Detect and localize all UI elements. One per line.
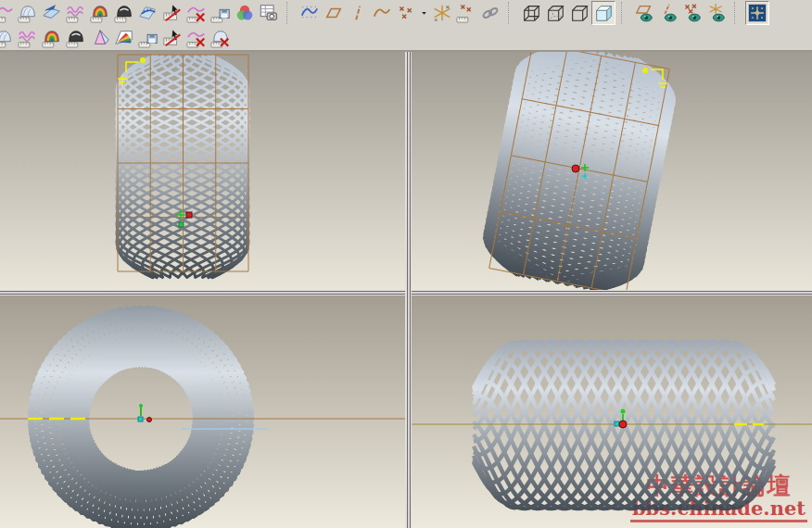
ruler-cursor-del-icon (162, 28, 183, 48)
model-ref-link[interactable] (478, 1, 502, 25)
curve-ruler-icon (0, 3, 14, 23)
csys-datum-icon (432, 3, 452, 23)
shaded-curvature-analysis[interactable] (88, 1, 112, 25)
hidden-line-display[interactable] (543, 1, 567, 25)
gaussian-curvature-analysis[interactable] (112, 26, 136, 50)
rainbow-fan-icon (114, 28, 134, 48)
dropdown-icon (419, 3, 429, 23)
spin-center-toggle[interactable] (745, 1, 769, 25)
draft-check-icon (42, 3, 62, 23)
spin-center-icon (747, 3, 768, 23)
offset-points-icon (456, 3, 476, 23)
top-view-canvas[interactable] (0, 295, 405, 528)
points-eye-icon (682, 3, 703, 23)
datum-axis-tool[interactable] (346, 1, 370, 25)
toolbar-separator (508, 2, 516, 24)
sketch-curve-tool[interactable] (370, 1, 394, 25)
toolbar-row-2 (0, 25, 812, 50)
shaded-curvature-plot[interactable] (40, 26, 64, 50)
table-camera-icon (259, 3, 279, 23)
datum-point-dropdown[interactable] (418, 1, 430, 25)
dome-ruler-icon (0, 28, 14, 48)
surface-analysis[interactable] (16, 1, 40, 25)
cube-wire-icon (521, 3, 541, 23)
saved-analysis-list[interactable] (136, 26, 160, 50)
toolbar-separator (621, 2, 629, 24)
axis-eye-icon (658, 3, 679, 23)
dihedral-angle-analysis[interactable] (88, 26, 112, 50)
dome-ruler-icon (18, 3, 38, 23)
delete-surface-analysis[interactable] (209, 26, 233, 50)
reflection-plot[interactable] (64, 26, 88, 50)
cube-noh-icon (569, 3, 590, 23)
csys-display-toggle[interactable] (704, 1, 729, 25)
dotted-curve-icon (299, 3, 320, 23)
plane-eye-icon (634, 3, 654, 23)
curvature-plot[interactable] (16, 26, 40, 50)
arc-radius-analysis[interactable] (0, 1, 16, 25)
dome-del-icon (210, 28, 231, 48)
section-analysis[interactable] (136, 1, 160, 25)
color-editor[interactable] (233, 1, 257, 25)
pink-waves-icon (66, 3, 86, 23)
no-hidden-display[interactable] (567, 1, 591, 25)
pink-waves-icon (18, 28, 38, 48)
offset-point-tool[interactable] (454, 1, 478, 25)
toolbar-separator (286, 2, 295, 24)
spline-datum-icon (372, 3, 392, 23)
delete-curve-analysis-all[interactable] (184, 26, 209, 50)
viewport-top[interactable] (0, 295, 405, 528)
points-datum-icon (396, 3, 416, 23)
plane-display-toggle[interactable] (632, 1, 656, 25)
delete-curve-analysis[interactable] (184, 1, 209, 25)
section-curve-icon (138, 3, 159, 23)
datum-point-tool[interactable] (394, 1, 418, 25)
viewport-front[interactable] (0, 52, 405, 290)
rainbow-dome-icon (42, 28, 62, 48)
saved-analysis[interactable] (209, 1, 233, 25)
datum-csys-tool[interactable] (430, 1, 454, 25)
chain-icon (480, 3, 501, 23)
dark-dome-icon (114, 3, 134, 23)
dark-dome-icon (66, 28, 86, 48)
reflection-analysis[interactable] (112, 1, 136, 25)
main-toolbar (0, 0, 812, 52)
plane-datum-icon (324, 3, 344, 23)
surface-curvature-analysis[interactable] (0, 26, 16, 50)
curve-del-icon (186, 28, 207, 48)
toolbar-separator (734, 2, 742, 24)
curve-del-icon (186, 3, 207, 23)
delete-measure-all[interactable] (160, 26, 184, 50)
datum-curve-tool[interactable] (298, 1, 322, 25)
rainbow-dome-icon (90, 3, 110, 23)
ruler-cursor-del-icon (162, 3, 183, 23)
model-info-report[interactable] (257, 1, 281, 25)
viewport-side[interactable]: 中華設計論壇 bbs.chinade.net (412, 295, 812, 528)
axis-datum-icon (348, 3, 368, 23)
datum-plane-tool[interactable] (322, 1, 346, 25)
cube-hid-icon (545, 3, 565, 23)
vertical-splitter[interactable] (405, 52, 412, 528)
cube-shaded-icon (593, 3, 614, 23)
curvature-analysis[interactable] (64, 1, 88, 25)
front-view-canvas[interactable] (0, 52, 405, 290)
prism-pink-icon (90, 28, 110, 48)
wireframe-display[interactable] (519, 1, 543, 25)
point-display-toggle[interactable] (680, 1, 704, 25)
ruler-save-icon (210, 3, 231, 23)
axis-display-toggle[interactable] (656, 1, 680, 25)
draft-check-analysis[interactable] (40, 1, 64, 25)
shaded-display[interactable] (591, 1, 615, 25)
ruler-save-icon (138, 28, 159, 48)
rgb-circles-icon (235, 3, 255, 23)
viewport-trimetric[interactable] (412, 52, 812, 290)
toolbar-row-1 (0, 0, 812, 25)
side-view-canvas[interactable] (412, 295, 812, 528)
csys-eye-icon (706, 3, 727, 23)
delete-last-measure[interactable] (160, 1, 184, 25)
trimetric-view-canvas[interactable] (412, 52, 812, 290)
